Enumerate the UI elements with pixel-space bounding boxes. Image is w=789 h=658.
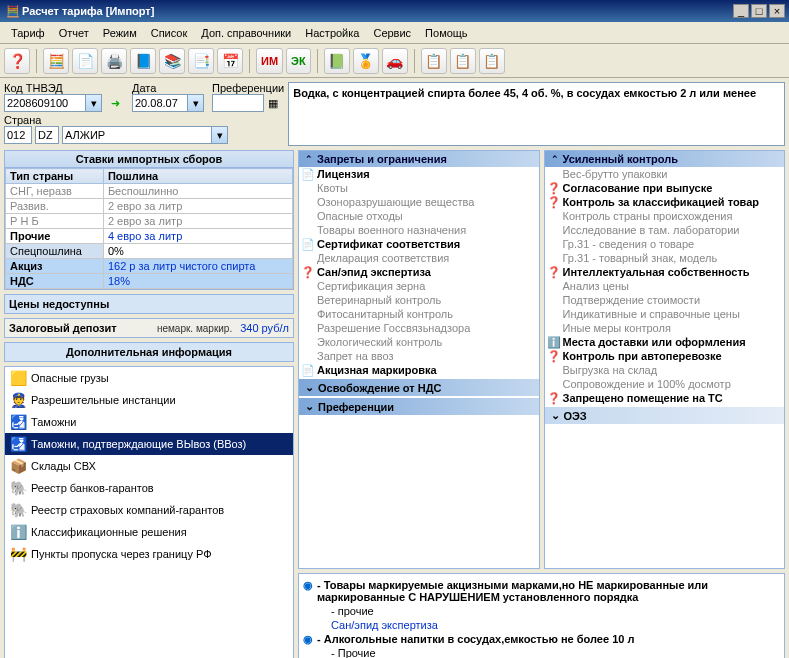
restriction-item[interactable]: Ветеринарный контроль [299, 293, 539, 307]
books-icon[interactable]: 📚 [159, 48, 185, 74]
app-icon: 🧮 [4, 2, 22, 20]
book-icon[interactable]: 📘 [130, 48, 156, 74]
restriction-item[interactable]: Товары военного назначения [299, 223, 539, 237]
extra-item-icon: 📦 [9, 457, 27, 475]
restriction-item[interactable]: Экологический контроль [299, 335, 539, 349]
restriction-item[interactable]: Контроль страны происхождения [545, 209, 785, 223]
doc-icon[interactable]: 📄 [72, 48, 98, 74]
pref-grid-icon[interactable]: ▦ [264, 94, 282, 112]
restriction-item[interactable]: Декларация соответствия [299, 251, 539, 265]
item-icon: ❓ [547, 182, 561, 195]
country-dropdown[interactable]: ▾ [212, 126, 228, 144]
im-button[interactable]: ИМ [256, 48, 283, 74]
restriction-item[interactable]: Вес-брутто упаковки [545, 167, 785, 181]
restriction-item[interactable]: ❓Сан/эпид экспертиза [299, 265, 539, 279]
restriction-item[interactable]: Анализ цены [545, 279, 785, 293]
restriction-item[interactable]: ℹ️Места доставки или оформления [545, 335, 785, 349]
restriction-item[interactable]: 📄Сертификат соответствия [299, 237, 539, 251]
extra-item-icon: ℹ️ [9, 523, 27, 541]
rates-r0-v: Беспошлинно [103, 184, 292, 199]
restriction-item[interactable]: Разрешение Госсвязьнадзора [299, 321, 539, 335]
section-header[interactable]: ⌃Запреты и ограничения [299, 151, 539, 167]
menu-refs[interactable]: Доп. справочники [194, 27, 298, 39]
country-name-input[interactable] [62, 126, 212, 144]
extra-item[interactable]: ℹ️Классификационные решения [5, 521, 293, 543]
menu-service[interactable]: Сервис [366, 27, 418, 39]
restriction-item[interactable]: Подтверждение стоимости [545, 293, 785, 307]
menu-help[interactable]: Помощь [418, 27, 475, 39]
book2-icon[interactable]: 📗 [324, 48, 350, 74]
extra-item[interactable]: 👮Разрешительные инстанции [5, 389, 293, 411]
restriction-item[interactable]: Индикативные и справочные цены [545, 307, 785, 321]
extra-item[interactable]: 🛃Таможни, подтверждающие ВЫвоз (ВВоз) [5, 433, 293, 455]
control-col: ⌃Усиленный контрольВес-брутто упаковки❓С… [544, 150, 786, 569]
ek-button[interactable]: ЭК [286, 48, 311, 74]
rates-r0-t: СНГ, неразв [6, 184, 104, 199]
extra-item[interactable]: 🟨Опасные грузы [5, 367, 293, 389]
restrictions-col: ⌃Запреты и ограничения📄ЛицензияКвотыОзон… [298, 150, 540, 569]
rates-r3-v: 4 евро за литр [103, 229, 292, 244]
section-header[interactable]: ⌃Усиленный контроль [545, 151, 785, 167]
calendar-icon[interactable]: 📅 [217, 48, 243, 74]
pref-input[interactable] [212, 94, 264, 112]
restriction-item[interactable]: ❓Контроль при автоперевозке [545, 349, 785, 363]
prices-na: Цены недоступны [4, 294, 294, 314]
date-dropdown[interactable]: ▾ [188, 94, 204, 112]
print-icon[interactable]: 🖨️ [101, 48, 127, 74]
extra-item-icon: 🛃 [9, 413, 27, 431]
extra-item[interactable]: 🛃Таможни [5, 411, 293, 433]
restriction-item[interactable]: Иные меры контроля [545, 321, 785, 335]
restriction-item[interactable]: Гр.31 - сведения о товаре [545, 237, 785, 251]
menu-tariff[interactable]: Тариф [4, 27, 52, 39]
minimize-button[interactable]: _ [733, 4, 749, 18]
sub-header[interactable]: ⌄Освобождение от НДС [299, 379, 539, 396]
restriction-item[interactable]: Опасные отходы [299, 209, 539, 223]
code-dropdown[interactable]: ▾ [86, 94, 102, 112]
restriction-item[interactable]: ❓Запрещено помещение на ТС [545, 391, 785, 405]
award-icon[interactable]: 🏅 [353, 48, 379, 74]
list1-icon[interactable]: 📋 [421, 48, 447, 74]
menu-report[interactable]: Отчет [52, 27, 96, 39]
item-icon: ℹ️ [547, 336, 561, 349]
extra-item[interactable]: 📦Склады СВХ [5, 455, 293, 477]
extra-item-label: Таможни, подтверждающие ВЫвоз (ВВоз) [31, 438, 246, 450]
restriction-item[interactable]: Сопровождение и 100% досмотр [545, 377, 785, 391]
extra-item-label: Реестр банков-гарантов [31, 482, 154, 494]
stack-icon[interactable]: 📑 [188, 48, 214, 74]
menu-mode[interactable]: Режим [96, 27, 144, 39]
restriction-item[interactable]: Исследование в там. лаборатории [545, 223, 785, 237]
restriction-item[interactable]: ❓Контроль за классификацией товар [545, 195, 785, 209]
date-input[interactable] [132, 94, 188, 112]
extra-item[interactable]: 🚧Пункты пропуска через границу РФ [5, 543, 293, 565]
restriction-item[interactable]: Озоноразрушающие вещества [299, 195, 539, 209]
country-code2-input[interactable] [35, 126, 59, 144]
maximize-button[interactable]: □ [751, 4, 767, 18]
restriction-item[interactable]: Сертификация зерна [299, 279, 539, 293]
list3-icon[interactable]: 📋 [479, 48, 505, 74]
car-icon[interactable]: 🚗 [382, 48, 408, 74]
menu-list[interactable]: Список [144, 27, 195, 39]
calc-icon[interactable]: 🧮 [43, 48, 69, 74]
code-input[interactable] [4, 94, 86, 112]
restriction-item[interactable]: 📄Лицензия [299, 167, 539, 181]
restriction-item[interactable]: Фитосанитарный контроль [299, 307, 539, 321]
restriction-item[interactable]: ❓Согласование при выпуске [545, 181, 785, 195]
extra-item-label: Таможни [31, 416, 76, 428]
country-code1-input[interactable] [4, 126, 32, 144]
extra-item[interactable]: 🐘Реестр банков-гарантов [5, 477, 293, 499]
sub-header[interactable]: ⌄ОЭЗ [545, 407, 785, 424]
item-icon: ❓ [301, 266, 315, 279]
restriction-item[interactable]: Запрет на ввоз [299, 349, 539, 363]
restriction-item[interactable]: Выгрузка на склад [545, 363, 785, 377]
restriction-item[interactable]: Гр.31 - товарный знак, модель [545, 251, 785, 265]
close-button[interactable]: × [769, 4, 785, 18]
sub-header[interactable]: ⌄Преференции [299, 398, 539, 415]
extra-item[interactable]: 🐘Реестр страховых компаний-гарантов [5, 499, 293, 521]
help-icon[interactable]: ❓ [4, 48, 30, 74]
list2-icon[interactable]: 📋 [450, 48, 476, 74]
restriction-item[interactable]: Квоты [299, 181, 539, 195]
item-icon: 📄 [301, 364, 315, 377]
restriction-item[interactable]: 📄Акцизная маркировка [299, 363, 539, 377]
restriction-item[interactable]: ❓Интеллектуальная собственность [545, 265, 785, 279]
menu-settings[interactable]: Настройка [298, 27, 366, 39]
